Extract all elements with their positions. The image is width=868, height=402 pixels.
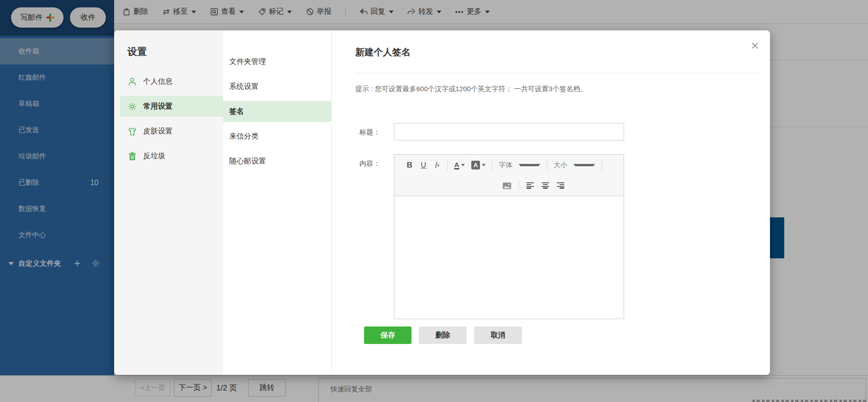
- rich-text-editor: B U Ix A A 字体: [394, 154, 624, 319]
- signature-content-area[interactable]: [394, 196, 624, 319]
- underline-button[interactable]: U: [420, 161, 427, 169]
- insert-image-button[interactable]: [503, 182, 511, 189]
- editor-divider: [492, 160, 492, 170]
- subnav-item-folder-management[interactable]: 文件夹管理: [223, 51, 331, 72]
- close-icon[interactable]: ×: [751, 39, 759, 52]
- chevron-down-icon: [461, 164, 465, 166]
- nav-item-skin-settings[interactable]: 皮肤设置: [120, 121, 223, 142]
- nav-item-common-settings[interactable]: 常用设置: [120, 96, 223, 117]
- subnav-item-signature[interactable]: 签名: [223, 101, 331, 122]
- settings-nav-column: 设置 个人信息 常用设置: [114, 30, 223, 375]
- shirt-icon: [127, 127, 137, 136]
- font-size-select[interactable]: 大小: [554, 161, 595, 169]
- align-left-button[interactable]: [527, 182, 534, 189]
- align-center-button[interactable]: [542, 182, 550, 189]
- nav-item-anti-spam[interactable]: 反垃圾: [120, 146, 223, 167]
- settings-title: 设置: [127, 45, 223, 58]
- signature-hint: 提示 : 您可设置最多600个汉字或1200个英文字符； 一共可设置3个签名档。: [355, 85, 762, 93]
- nav-label: 个人信息: [143, 77, 173, 87]
- editor-toolbar: B U Ix A A 字体: [394, 155, 624, 196]
- signature-title-input[interactable]: [394, 123, 624, 140]
- editor-divider: [602, 160, 602, 170]
- chevron-down-icon: [482, 164, 486, 166]
- font-family-select[interactable]: 字体: [499, 161, 540, 169]
- gear-icon: [127, 102, 137, 111]
- editor-divider: [447, 160, 448, 170]
- chevron-down-icon: [573, 164, 595, 166]
- highlight-color-button[interactable]: A: [471, 161, 486, 169]
- align-right-button[interactable]: [557, 182, 565, 189]
- trash-green-icon: [127, 151, 137, 161]
- cancel-button[interactable]: 取消: [474, 326, 522, 344]
- user-icon: [127, 77, 137, 87]
- highlight-color-icon: A: [471, 161, 480, 169]
- nav-label: 反垃圾: [143, 151, 165, 161]
- save-button[interactable]: 保存: [364, 326, 411, 344]
- panel-title: 新建个人签名: [355, 46, 762, 58]
- subnav-item-mail-classification[interactable]: 来信分类: [223, 126, 331, 147]
- bold-button[interactable]: B: [406, 161, 413, 170]
- subnav-item-suixin-mail[interactable]: 随心邮设置: [223, 151, 331, 172]
- title-label: 标题：: [359, 123, 394, 137]
- editor-divider: [547, 160, 547, 170]
- font-family-value: 字体: [499, 161, 517, 169]
- font-size-value: 大小: [554, 161, 572, 169]
- delete-signature-button[interactable]: 删除: [419, 326, 467, 344]
- font-color-button[interactable]: A: [454, 161, 465, 169]
- settings-modal: 设置 个人信息 常用设置: [114, 30, 770, 375]
- nav-label: 皮肤设置: [143, 127, 173, 136]
- font-color-icon: A: [454, 161, 459, 169]
- content-label: 内容：: [359, 154, 394, 168]
- clear-format-button[interactable]: Ix: [434, 161, 441, 169]
- signature-panel: × 新建个人签名 提示 : 您可设置最多600个汉字或1200个英文字符； 一共…: [332, 30, 770, 375]
- nav-item-personal-info[interactable]: 个人信息: [120, 71, 223, 92]
- panel-divider: [355, 73, 762, 73]
- nav-label: 常用设置: [143, 102, 173, 111]
- editor-divider: [519, 181, 519, 191]
- subnav-item-system-settings[interactable]: 系统设置: [223, 76, 331, 97]
- settings-subnav-column: 文件夹管理 系统设置 签名 来信分类 随心邮设置: [223, 30, 332, 375]
- chevron-down-icon: [519, 164, 540, 166]
